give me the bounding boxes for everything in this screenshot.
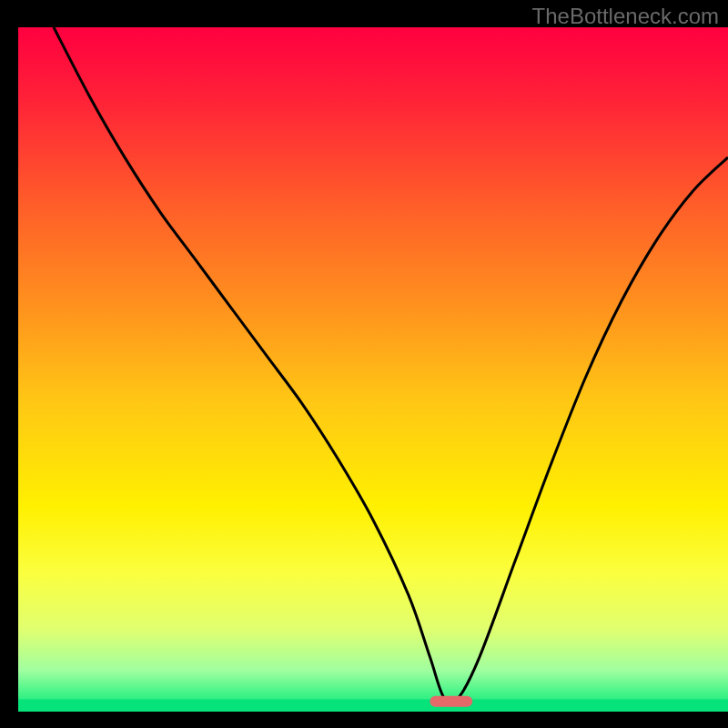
optimum-marker [430,696,472,707]
watermark-text: TheBottleneck.com [532,4,719,29]
green-baseline-band [18,699,728,712]
plot-background [18,27,728,712]
bottleneck-chart [0,0,728,728]
chart-frame: TheBottleneck.com [0,0,728,728]
